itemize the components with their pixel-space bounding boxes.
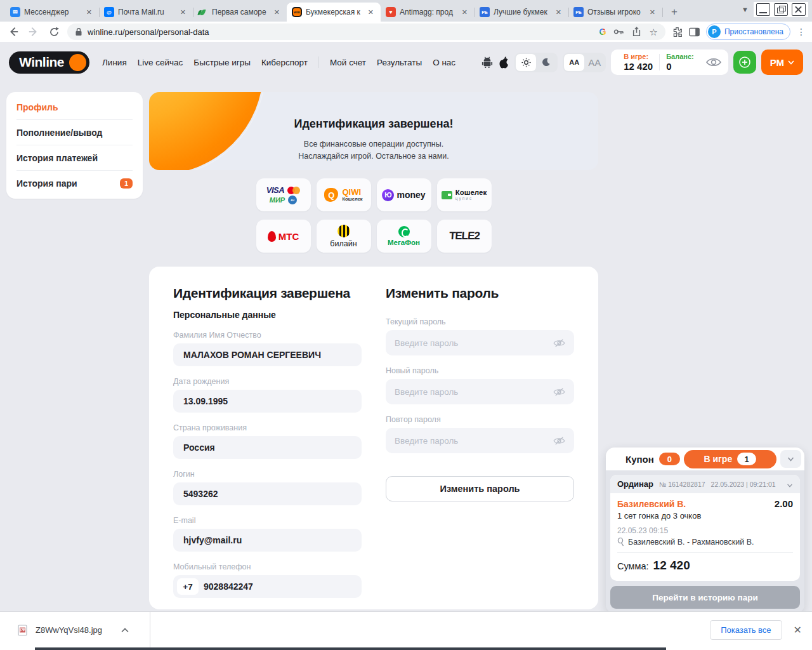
share-icon[interactable] <box>632 27 641 37</box>
password-key-icon[interactable] <box>613 28 624 36</box>
tab-title: Лучшие букмек <box>494 8 550 17</box>
forward-button[interactable] <box>27 25 41 39</box>
in-game-tab[interactable]: В игре 1 <box>684 450 776 468</box>
winline-logo-ball-icon <box>69 54 86 71</box>
sidebar-item-label: Пополнение/вывод <box>16 128 102 138</box>
download-options-chevron-icon[interactable] <box>121 627 129 634</box>
extensions-puzzle-icon[interactable] <box>672 27 683 37</box>
light-theme-button[interactable] <box>516 54 536 71</box>
browser-profile-pill[interactable]: Р Приостановлена <box>706 23 790 40</box>
sidebar-item-bet-history[interactable]: История пари 1 <box>16 171 133 196</box>
balance-value: 0 <box>666 61 694 72</box>
google-icon[interactable]: G <box>599 27 606 37</box>
tab-search-chevron-icon[interactable]: ▼ <box>742 6 749 13</box>
downloaded-file-chip[interactable]: Z8WwYqVsl48.jpg <box>0 612 150 648</box>
reload-button[interactable] <box>47 25 61 39</box>
bet-history-button[interactable]: Перейти в историю пари <box>610 586 800 609</box>
eye-icon[interactable] <box>705 56 722 68</box>
sidebar-item-profile[interactable]: Профиль <box>16 95 133 120</box>
tab-close-icon[interactable]: ✕ <box>460 8 469 17</box>
nav-fast-games[interactable]: Быстрые игры <box>193 58 251 67</box>
tennis-racket-icon <box>617 538 625 547</box>
tab-close-icon[interactable]: ✕ <box>84 8 94 17</box>
mts-egg-icon <box>268 231 276 242</box>
dark-theme-button[interactable] <box>536 54 556 71</box>
back-button[interactable] <box>6 25 20 39</box>
birthdate-field[interactable] <box>173 390 362 413</box>
bet-details: Базилевский В. 2.00 1 сет гонка до 3 очк… <box>610 493 800 553</box>
close-download-bar-icon[interactable]: ✕ <box>794 624 802 636</box>
apple-icon[interactable] <box>498 56 509 69</box>
nav-esports[interactable]: Киберспорт <box>261 58 308 67</box>
phone-field[interactable] <box>204 581 358 592</box>
winline-favicon: win <box>292 7 302 17</box>
payment-mts: МТС <box>256 220 311 253</box>
email-field[interactable] <box>173 529 362 552</box>
eye-off-icon[interactable] <box>553 387 565 397</box>
tab-close-icon[interactable]: ✕ <box>648 8 657 17</box>
fullname-field[interactable] <box>173 343 362 366</box>
side-panel-icon[interactable] <box>689 27 700 37</box>
new-password-label: Новый пароль <box>386 366 574 375</box>
tab-close-icon[interactable]: ✕ <box>554 8 563 17</box>
nav-my-account[interactable]: Мой счет <box>330 58 366 67</box>
bet-card-header[interactable]: Ординар № 1614282817 22.05.2023 | 09:21:… <box>610 475 800 493</box>
tab-rb-best[interactable]: РБ Лучшие букмек ✕ <box>475 3 568 22</box>
login-field[interactable] <box>173 482 362 505</box>
android-icon[interactable] <box>481 56 493 69</box>
chrome-menu-icon[interactable]: ⋮ <box>797 27 806 37</box>
repeat-password-input[interactable] <box>395 436 548 446</box>
nav-line[interactable]: Линия <box>102 58 127 67</box>
sidebar-item-label: История платежей <box>16 153 98 163</box>
minimize-button[interactable] <box>756 3 770 16</box>
coupon-tab-label: Купон <box>625 454 654 465</box>
new-tab-button[interactable]: + <box>666 4 683 20</box>
tab-messenger[interactable]: ✉ Мессенджер ✕ <box>5 3 99 22</box>
cupis-title: Кошелек <box>455 189 487 197</box>
new-password-wrap <box>386 379 574 404</box>
close-window-button[interactable] <box>792 3 806 16</box>
country-field[interactable] <box>173 436 362 459</box>
change-password-button[interactable]: Изменить пароль <box>386 476 574 501</box>
banner-line2: Наслаждайся игрой. Остальное за нами. <box>149 150 598 162</box>
eye-off-icon[interactable] <box>553 338 565 348</box>
address-bar[interactable]: winline.ru/personal/personal-data G ☆ <box>67 23 665 40</box>
restore-button[interactable] <box>774 3 788 16</box>
tab-close-icon[interactable]: ✕ <box>272 8 282 17</box>
sidebar-item-deposit-withdraw[interactable]: Пополнение/вывод <box>16 120 133 145</box>
tab-sro[interactable]: Первая саморе ✕ <box>193 3 287 22</box>
profile-avatar[interactable]: Р <box>708 25 721 38</box>
tab-antimagg[interactable]: ♥ Antimagg: прод ✕ <box>381 3 475 22</box>
account-button[interactable]: РМ <box>761 50 803 75</box>
tele2-title: TELE2 <box>449 230 480 242</box>
show-all-downloads-button[interactable]: Показать все <box>710 620 782 640</box>
eye-off-icon[interactable] <box>553 436 565 446</box>
tab-close-icon[interactable]: ✕ <box>178 8 188 17</box>
tab-close-icon[interactable]: ✕ <box>366 8 376 17</box>
coupon-tab[interactable]: Купон 0 <box>625 453 680 465</box>
tab-winline-active[interactable]: win Букмекерская к ✕ <box>287 3 381 22</box>
image-file-icon <box>18 625 28 636</box>
font-large-button[interactable]: AA <box>584 54 605 71</box>
mail-favicon: @ <box>104 7 114 17</box>
betslip-panel: Купон 0 В игре 1 Ординар № 1614282817 22… <box>606 448 804 611</box>
payment-bank-cards: VISA МИР AM <box>256 178 311 211</box>
new-password-input[interactable] <box>395 387 548 397</box>
winline-logo[interactable]: Winline <box>9 51 89 74</box>
nav-results[interactable]: Результаты <box>377 58 422 67</box>
deposit-plus-button[interactable] <box>733 51 756 74</box>
nav-about[interactable]: О нас <box>433 58 455 67</box>
tab-rb-reviews[interactable]: РБ Отзывы игроко ✕ <box>568 3 662 22</box>
repeat-password-label: Повтор пароля <box>386 415 574 424</box>
font-small-button[interactable]: AA <box>564 54 584 71</box>
tab-mailru[interactable]: @ Почта Mail.ru ✕ <box>99 3 193 22</box>
betslip-collapse-button[interactable] <box>780 450 801 468</box>
bet-market: 1 сет гонка до 3 очков <box>617 511 793 521</box>
sidebar-item-payment-history[interactable]: История платежей <box>16 145 133 171</box>
bookmark-star-icon[interactable]: ☆ <box>649 27 657 37</box>
nav-live[interactable]: Live сейчас <box>138 58 183 67</box>
in-game-count-badge: 1 <box>737 453 756 465</box>
chevron-down-icon[interactable] <box>787 479 793 490</box>
url-text[interactable]: winline.ru/personal/personal-data <box>88 27 594 37</box>
current-password-input[interactable] <box>395 338 548 348</box>
